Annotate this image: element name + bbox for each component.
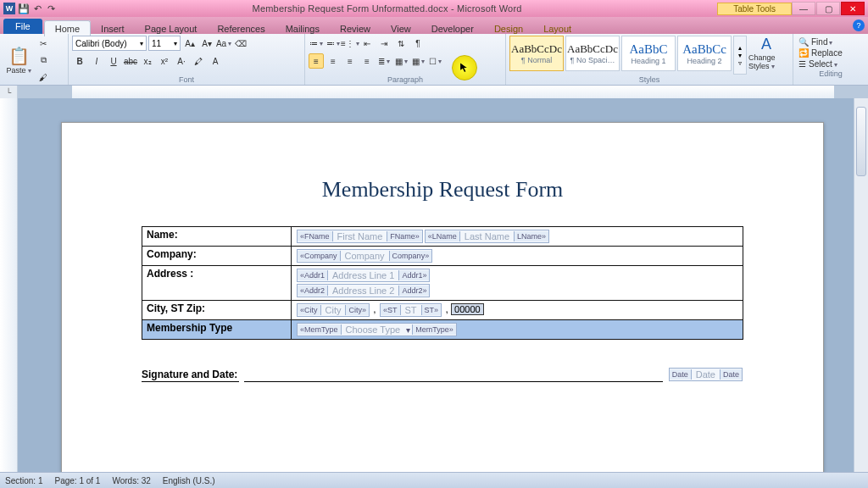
dropdown-arrow-icon[interactable]: ▾ [404,325,412,335]
select-button[interactable]: ☰Select [798,59,863,69]
table-row[interactable]: Name:«FNameFirst NameFName»«LNameLast Na… [142,227,743,247]
show-marks-icon[interactable]: ¶ [410,36,426,51]
style--normal[interactable]: AaBbCcDc¶ Normal [509,36,564,71]
row-fields[interactable]: «FNameFirst NameFName»«LNameLast NameLNa… [292,227,743,247]
cursor-highlight [452,55,477,80]
row-label: Name: [142,227,292,247]
quick-access-toolbar: 💾 ↶ ↷ [18,3,57,14]
group-label-styles: Styles [509,75,789,85]
style-heading-2[interactable]: AaBbCcHeading 2 [677,36,732,71]
page[interactable]: Membership Request Form Name:«FNameFirst… [61,122,824,473]
font-size-combo[interactable]: 11▾ [148,36,181,51]
table-row[interactable]: Membership Type«MemTypeChoose Type▾MemTy… [142,320,743,340]
text-effects-icon[interactable]: A· [174,53,189,69]
content-control-company[interactable]: «CompanyCompanyCompany» [297,249,432,263]
dedent-icon[interactable]: ⇤ [359,36,375,51]
content-control-memtype[interactable]: «MemTypeChoose Type▾MemType» [297,323,457,336]
align-left-icon[interactable]: ≡ [309,53,324,69]
minimize-button[interactable]: — [792,2,815,15]
find-button[interactable]: 🔍Find [798,37,863,47]
content-control-addr2[interactable]: «Addr2Address Line 2Addr2» [297,284,430,297]
app-icon: W [3,3,15,14]
form-table[interactable]: Name:«FNameFirst NameFName»«LNameLast Na… [142,226,743,340]
styles-more-button[interactable]: ▴▾▿ [733,36,747,75]
italic-icon[interactable]: I [89,53,104,69]
table-row[interactable]: Company:«CompanyCompanyCompany» [142,247,743,266]
contextual-tab-label: Table Tools [717,3,792,15]
style--no-spaci-[interactable]: AaBbCcDc¶ No Spaci… [565,36,620,71]
bold-icon[interactable]: B [72,53,87,69]
indent-icon[interactable]: ⇥ [376,36,392,51]
change-case-icon[interactable]: Aa [216,36,231,51]
title-bar: W 💾 ↶ ↷ Membership Request Form Unformat… [0,0,868,17]
qat-save-icon[interactable]: 💾 [18,3,30,14]
superscript-icon[interactable]: x² [157,53,172,69]
row-fields[interactable]: «CityCityCity» , «STSTST» , 00000 [292,301,743,320]
sort-icon[interactable]: ⇅ [393,36,409,51]
grow-font-icon[interactable]: A▴ [182,36,198,51]
status-page[interactable]: Page: 1 of 1 [54,476,100,485]
table-row[interactable]: Address :«Addr1Address Line 1Addr1»«Addr… [142,266,743,301]
group-editing: 🔍Find 🔁Replace ☰Select Editing [793,34,868,85]
vertical-scrollbar[interactable] [854,98,868,473]
content-control-st[interactable]: «STSTST» [380,303,442,317]
scrollbar-thumb[interactable] [856,107,866,176]
replace-button[interactable]: 🔁Replace [798,48,863,58]
content-control-lname[interactable]: «LNameLast NameLName» [425,230,549,243]
copy-icon[interactable]: ⧉ [36,53,51,68]
vertical-ruler[interactable] [0,98,18,473]
align-center-icon[interactable]: ≡ [326,53,341,69]
replace-icon: 🔁 [798,48,809,58]
shading-2-icon[interactable]: ▦ [410,53,426,69]
select-icon: ☰ [798,59,806,69]
multilevel-icon[interactable]: ≡⋮ [342,36,358,51]
tab-file[interactable]: File [3,19,42,34]
tab-selector[interactable]: └ [0,86,18,99]
date-content-control[interactable]: Date Date Date [669,368,743,381]
row-fields[interactable]: «Addr1Address Line 1Addr1»«Addr2Address … [292,266,743,301]
justify-icon[interactable]: ≡ [359,53,375,69]
close-button[interactable]: ✕ [841,2,865,15]
row-fields[interactable]: «CompanyCompanyCompany» [292,247,743,266]
clear-format-icon[interactable]: ⌫ [233,36,248,51]
qat-undo-icon[interactable]: ↶ [31,3,43,14]
ribbon-tabs: File HomeInsertPage LayoutReferencesMail… [0,17,868,34]
paste-button[interactable]: 📋 Paste [3,42,34,79]
find-icon: 🔍 [798,37,809,47]
row-fields[interactable]: «MemTypeChoose Type▾MemType» [292,320,743,340]
signature-label: Signature and Date: [142,369,239,382]
ribbon: 📋 Paste ✂ ⧉ 🖌 Clipboard Calibri (Body)▾ … [0,34,868,86]
subscript-icon[interactable]: x₂ [140,53,155,69]
change-styles-button[interactable]: AChange Styles [748,36,784,69]
line-spacing-icon[interactable]: ≣ [376,53,392,69]
cut-icon[interactable]: ✂ [36,36,51,51]
font-color-icon[interactable]: A [208,53,223,69]
highlight-icon[interactable]: 🖍 [191,53,206,69]
help-icon[interactable]: ? [853,19,865,31]
content-control-city[interactable]: «CityCityCity» [297,303,370,317]
underline-icon[interactable]: U [106,53,121,69]
align-right-icon[interactable]: ≡ [342,53,358,69]
content-control-fname[interactable]: «FNameFirst NameFName» [297,230,423,243]
numbering-icon[interactable]: ≕ [326,36,341,51]
strike-icon[interactable]: abc [123,53,138,69]
font-name-combo[interactable]: Calibri (Body)▾ [72,36,147,51]
content-control-addr1[interactable]: «Addr1Address Line 1Addr1» [297,269,430,282]
row-label: Address : [142,266,292,301]
maximize-button[interactable]: ▢ [816,2,840,15]
borders-icon[interactable]: ☐ [427,53,442,69]
shrink-font-icon[interactable]: A▾ [199,36,214,51]
style-heading-1[interactable]: AaBbCHeading 1 [621,36,676,71]
qat-redo-icon[interactable]: ↷ [45,3,57,14]
table-row[interactable]: City, ST Zip:«CityCityCity» , «STSTST» ,… [142,301,743,320]
status-words[interactable]: Words: 32 [112,476,150,485]
status-section[interactable]: Section: 1 [5,476,42,485]
status-language[interactable]: English (U.S.) [163,476,215,485]
bullets-icon[interactable]: ≔ [309,36,324,51]
zip-field[interactable]: 00000 [451,303,484,315]
window-title: Membership Request Form Unformatted.docx… [57,3,717,14]
format-painter-icon[interactable]: 🖌 [36,69,51,85]
group-label-editing: Editing [797,69,865,79]
shading-icon[interactable]: ▦ [393,53,409,69]
group-label-font: Font [72,75,301,85]
